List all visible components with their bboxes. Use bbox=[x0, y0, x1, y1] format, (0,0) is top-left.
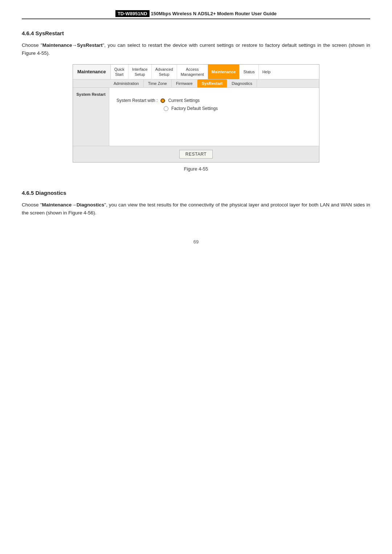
label-current-settings[interactable]: Current Settings bbox=[168, 98, 200, 103]
sub-item-diagnostics[interactable]: Diagnostics bbox=[227, 79, 257, 87]
label-factory-settings[interactable]: Factory Default Settings bbox=[171, 106, 218, 111]
sub-item-sysrestart[interactable]: SysRestart bbox=[197, 79, 227, 87]
nav-item-advanced-setup[interactable]: Advanced Setup bbox=[152, 65, 177, 79]
restart-option-factory: Factory Default Settings bbox=[164, 106, 312, 111]
brand-cell: Maintenance bbox=[73, 65, 111, 79]
section-465-para: Choose "Maintenance→Diagnostics", you ca… bbox=[22, 201, 370, 217]
sub-item-administration[interactable]: Administration bbox=[109, 79, 144, 87]
nav-item-quick-start[interactable]: Quick Start bbox=[111, 65, 128, 79]
model-label: TD-W8951ND bbox=[115, 10, 150, 17]
nav-item-maintenance[interactable]: Maintenance bbox=[208, 65, 240, 79]
sub-item-firmware[interactable]: Firmware bbox=[172, 79, 197, 87]
router-ui-mockup: Maintenance Quick Start Interface Setup … bbox=[73, 64, 319, 163]
top-nav: Maintenance Quick Start Interface Setup … bbox=[73, 65, 319, 80]
nav-item-status[interactable]: Status bbox=[240, 65, 258, 79]
restart-label: System Restart with : bbox=[117, 98, 158, 103]
radio-current-settings[interactable] bbox=[160, 98, 165, 103]
sub-nav: Administration Time Zone Firmware SysRes… bbox=[73, 79, 319, 88]
right-panel: System Restart with : Current Settings F… bbox=[109, 88, 319, 146]
nav-items: Quick Start Interface Setup Advanced Set… bbox=[111, 65, 319, 79]
bottom-bar: RESTART bbox=[73, 146, 319, 162]
content-area: System Restart System Restart with : Cur… bbox=[73, 88, 319, 146]
radio-factory-settings[interactable] bbox=[164, 106, 168, 111]
restart-button[interactable]: RESTART bbox=[179, 150, 213, 159]
nav-item-interface-setup[interactable]: Interface Setup bbox=[128, 65, 152, 79]
nav-item-access-management[interactable]: Access Management bbox=[177, 65, 208, 79]
section-464-title: 4.6.4 SysRestart bbox=[22, 30, 370, 36]
left-panel-system-restart: System Restart bbox=[73, 88, 109, 146]
nav-item-help[interactable]: Help bbox=[259, 65, 274, 79]
sub-item-time-zone[interactable]: Time Zone bbox=[144, 79, 172, 87]
section-464-para: Choose "Maintenance→SysRestart", you can… bbox=[22, 41, 370, 58]
page-header: TD-W8951ND150Mbps Wireless N ADSL2+ Mode… bbox=[22, 11, 370, 19]
section-465-title: 4.6.5 Diagnostics bbox=[22, 190, 370, 196]
guide-title: 150Mbps Wireless N ADSL2+ Modem Router U… bbox=[151, 11, 277, 16]
page-number: 69 bbox=[22, 239, 370, 245]
figure-caption-55: Figure 4-55 bbox=[22, 166, 370, 172]
restart-option-current: System Restart with : Current Settings bbox=[117, 98, 312, 103]
